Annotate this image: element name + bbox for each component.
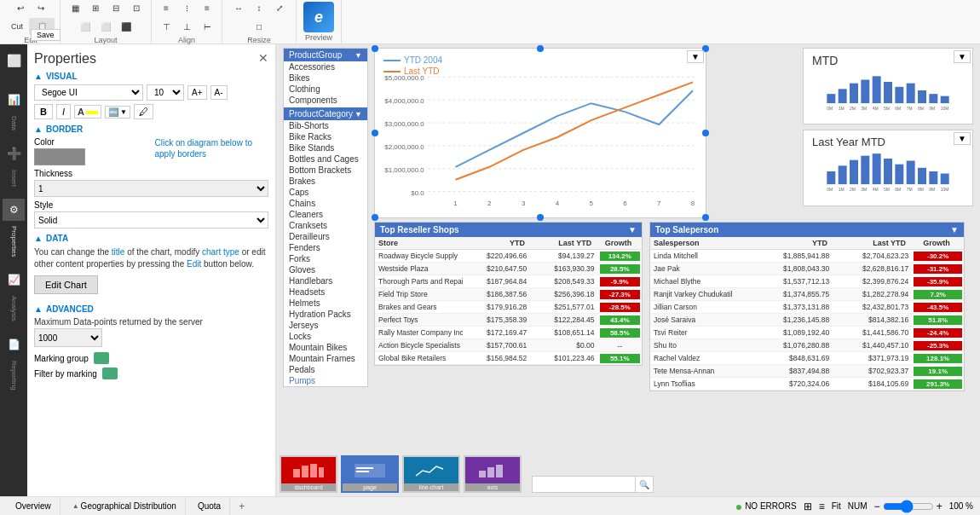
bold-button[interactable]: B [34, 104, 53, 119]
zoom-range[interactable] [883, 500, 934, 513]
italic-button[interactable]: I [56, 104, 71, 119]
align-btn1[interactable]: ≡ [157, 0, 176, 16]
font-color-picker[interactable]: A [74, 105, 101, 119]
page-search-button[interactable]: 🔍 [635, 477, 653, 492]
mtd-menu-button[interactable]: ▼ [954, 50, 971, 63]
product-category-header[interactable]: ProductCategory ▼ [284, 107, 367, 120]
subcat-fenders[interactable]: Fenders [284, 242, 367, 253]
layout-btn4[interactable]: ⊡ [127, 0, 146, 16]
layout-btn6[interactable]: ⬜ [96, 18, 115, 35]
subcat-pumps[interactable]: Pumps [284, 375, 367, 386]
save-button[interactable]: Save [31, 29, 61, 41]
subcat-pedals[interactable]: Pedals [284, 364, 367, 375]
border-section-header[interactable]: ▲ BORDER [34, 124, 268, 134]
resize-btn3[interactable]: ⤢ [270, 0, 289, 16]
undo-button[interactable]: ↩ [11, 0, 30, 16]
nav-reporting-icon[interactable]: 📄 [3, 333, 25, 356]
last-mtd-menu-button[interactable]: ▼ [954, 132, 971, 145]
resize-btn4[interactable]: □ [250, 18, 268, 35]
click-to-apply-text[interactable]: Click on diagram below to apply borders [155, 137, 269, 159]
clear-format-button[interactable]: 🖊 [134, 104, 153, 119]
subcat-caps[interactable]: Caps [284, 187, 367, 198]
subcat-bike-stands[interactable]: Bike Stands [284, 142, 367, 153]
align-btn4[interactable]: ⊤ [157, 18, 176, 35]
zoom-out-button[interactable]: − [874, 501, 880, 512]
nav-analysis-icon[interactable]: 📈 [3, 269, 25, 291]
decrease-font-button[interactable]: A- [210, 85, 228, 100]
increase-font-button[interactable]: A+ [187, 85, 207, 100]
subcat-bib-shorts[interactable]: Bib-Shorts [284, 120, 367, 131]
color-swatch-btn[interactable] [34, 148, 85, 165]
grid-view-button[interactable]: ⊞ [804, 501, 812, 512]
redo-button[interactable]: ↪ [32, 0, 50, 16]
subcat-brakes[interactable]: Brakes [284, 176, 367, 187]
page-search-input[interactable] [533, 477, 635, 492]
subcat-jerseys[interactable]: Jerseys [284, 320, 367, 331]
visual-section-header[interactable]: ▲ VISUAL [34, 72, 268, 81]
align-btn6[interactable]: ⊢ [198, 18, 216, 35]
subcat-locks[interactable]: Locks [284, 331, 367, 342]
layout-btn5[interactable]: ⬜ [76, 18, 95, 35]
layout-btn7[interactable]: ⬛ [117, 18, 135, 35]
max-dp-select[interactable]: 1000 [34, 328, 102, 347]
subcat-hydration[interactable]: Hydration Packs [284, 309, 367, 320]
subcat-cleaners[interactable]: Cleaners [284, 209, 367, 220]
tab-geo[interactable]: ▲ Geographical Distribution [64, 497, 186, 515]
style-select[interactable]: SolidDashed [34, 211, 268, 229]
resize-btn1[interactable]: ↔ [229, 0, 248, 16]
zoom-in-button[interactable]: + [937, 501, 943, 512]
thumb-line-chart[interactable]: line-chart [402, 455, 460, 493]
tab-quota[interactable]: Quota [189, 497, 230, 515]
salesperson-menu-icon[interactable]: ▼ [950, 225, 959, 234]
subcat-bike-racks[interactable]: Bike Racks [284, 131, 367, 142]
subcat-gloves[interactable]: Gloves [284, 264, 367, 275]
edit-chart-button[interactable]: Edit Chart [34, 275, 98, 294]
align-btn2[interactable]: ⫶ [177, 0, 196, 16]
category-accessories[interactable]: Accessories [284, 61, 367, 72]
align-btn5[interactable]: ⊥ [177, 18, 196, 35]
cut-button[interactable]: Cut [7, 18, 27, 35]
align-btn3[interactable]: ≡ [198, 0, 216, 16]
subcat-cranksets[interactable]: Cranksets [284, 220, 367, 231]
thumb-axis[interactable]: axis [464, 455, 522, 493]
tab-overview[interactable]: Overview [7, 497, 61, 515]
add-tab-button[interactable]: + [233, 499, 250, 514]
marking-icon[interactable] [94, 352, 109, 364]
layout-btn1[interactable]: ▦ [66, 0, 84, 16]
list-view-button[interactable]: ≡ [819, 501, 825, 512]
category-components[interactable]: Components [284, 95, 367, 106]
subcat-bottles[interactable]: Bottles and Cages [284, 153, 367, 165]
layout-btn2[interactable]: ⊞ [86, 0, 105, 16]
zoom-slider[interactable]: − + [874, 500, 943, 513]
data-section-header[interactable]: ▲ DATA [34, 234, 268, 243]
font-size-select[interactable]: 10 [147, 84, 184, 101]
filter-icon[interactable] [102, 367, 118, 379]
thumb-page[interactable]: page [341, 455, 399, 493]
product-group-header[interactable]: ProductGroup ▼ [284, 49, 367, 61]
subcat-bottom-brackets[interactable]: Bottom Brackets [284, 165, 367, 176]
resize-btn2[interactable]: ↕ [250, 0, 268, 16]
subcat-handlebars[interactable]: Handlebars [284, 275, 367, 286]
panel-close-icon[interactable]: ✕ [258, 51, 268, 65]
chart-menu-button[interactable]: ▼ [687, 50, 704, 63]
subcat-helmets[interactable]: Helmets [284, 298, 367, 309]
subcat-mountain-frames[interactable]: Mountain Frames [284, 353, 367, 364]
highlight-picker[interactable]: 🔤 ▼ [105, 106, 130, 119]
nav-properties-icon[interactable]: ⚙ [3, 199, 25, 221]
reseller-menu-icon[interactable]: ▼ [628, 225, 637, 234]
nav-insert-icon[interactable]: ➕ [3, 142, 25, 165]
category-clothing[interactable]: Clothing [284, 84, 367, 95]
font-family-select[interactable]: Segoe UI [34, 84, 143, 101]
subcat-forks[interactable]: Forks [284, 253, 367, 264]
thumb-dashboard[interactable]: dashboard [280, 455, 337, 493]
layout-btn3[interactable]: ⊟ [107, 0, 125, 16]
thickness-select[interactable]: 123 [34, 180, 268, 197]
nav-pages-icon[interactable]: ⬜ [3, 49, 25, 72]
subcat-headsets[interactable]: Headsets [284, 286, 367, 298]
subcat-chains[interactable]: Chains [284, 198, 367, 209]
nav-data-icon[interactable]: 📊 [3, 89, 25, 111]
subcat-mountain-bikes[interactable]: Mountain Bikes [284, 342, 367, 353]
subcat-derailleurs[interactable]: Derailleurs [284, 231, 367, 242]
advanced-section-header[interactable]: ▲ ADVANCED [34, 304, 268, 314]
category-bikes[interactable]: Bikes [284, 72, 367, 84]
